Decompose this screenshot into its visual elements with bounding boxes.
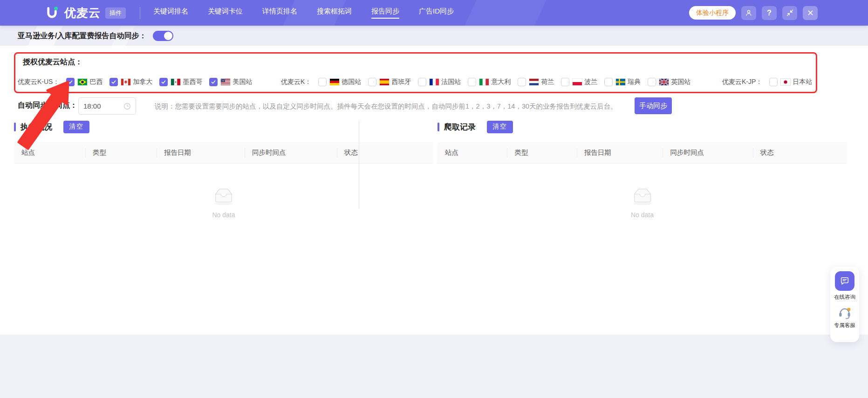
nav-tab-ad-id-sync[interactable]: 广告ID同步 <box>419 7 454 19</box>
site-checkbox-uk[interactable]: 英国站 <box>648 78 690 86</box>
sweden-flag-icon <box>616 79 625 85</box>
column-header-status: 状态 <box>337 142 433 163</box>
dedicated-support-label: 专属客服 <box>834 322 855 329</box>
sync-time-value: 18:00 <box>83 102 123 110</box>
checkbox-checked-icon[interactable] <box>159 78 168 86</box>
sync-time-input[interactable]: 18:00 <box>78 97 136 115</box>
nav-tab-report-sync[interactable]: 报告同步 <box>371 7 399 19</box>
table-header: 站点 类型 报告日期 同步时间点 状态 <box>437 142 847 164</box>
checkbox-checked-icon[interactable] <box>66 78 75 86</box>
mexico-flag-icon <box>171 79 180 85</box>
japan-flag-icon <box>781 79 790 85</box>
logo-text: 优麦云 <box>64 5 101 21</box>
site-checkbox-mexico[interactable]: 墨西哥 <box>159 78 202 86</box>
panel-title: 爬取记录 <box>444 122 476 132</box>
checkbox-unchecked-icon[interactable] <box>418 78 426 86</box>
auto-sync-toggle[interactable] <box>153 31 173 41</box>
column-header-site: 站点 <box>437 142 507 163</box>
auto-sync-toggle-label: 亚马逊业务/入库配置费报告自动同步： <box>18 31 146 41</box>
site-group-label: 优麦云K： <box>281 78 311 86</box>
clear-button[interactable]: 清空 <box>487 121 513 133</box>
support-widget: 在线咨询 专属客服 <box>830 267 859 342</box>
panel-title-bar <box>437 123 439 131</box>
checkbox-unchecked-icon[interactable] <box>604 78 613 86</box>
header-actions: 体验小程序 ? <box>689 6 818 20</box>
manual-sync-button[interactable]: 手动同步 <box>635 97 672 114</box>
site-checkbox-usa[interactable]: 美国站 <box>209 78 252 86</box>
nav-tab-keyword-rank[interactable]: 关键词排名 <box>153 7 188 19</box>
column-header-report-date: 报告日期 <box>577 142 663 163</box>
panel-header: 执行概况 清空 <box>14 119 433 134</box>
checkbox-unchecked-icon[interactable] <box>468 78 476 86</box>
authorized-sites-title: 授权优麦云站点： <box>23 57 82 67</box>
checkbox-unchecked-icon[interactable] <box>648 78 656 86</box>
collapse-icon[interactable] <box>782 6 797 20</box>
column-header-report-date: 报告日期 <box>157 142 245 163</box>
column-header-sync-time: 同步时间点 <box>245 142 337 163</box>
table-header: 站点 类型 报告日期 同步时间点 状态 <box>14 142 433 164</box>
checkbox-unchecked-icon[interactable] <box>368 78 376 86</box>
help-icon[interactable]: ? <box>762 6 777 20</box>
panel-title: 执行概况 <box>21 122 52 132</box>
clock-icon <box>123 103 131 110</box>
clear-button[interactable]: 清空 <box>63 121 89 133</box>
sync-note-text: 说明：您需要设置需要同步的站点，以及自定义同步时间点。插件每天会在您设置的时间点… <box>155 102 617 111</box>
panel-title-bar <box>14 123 16 131</box>
site-checkbox-canada[interactable]: 加拿大 <box>109 78 152 86</box>
dedicated-support-icon[interactable] <box>838 306 852 319</box>
checkbox-checked-icon[interactable] <box>209 78 218 86</box>
header-divider <box>140 7 140 19</box>
canada-flag-icon <box>121 79 130 85</box>
site-group-us: 优麦云K-US： 巴西 加拿大 墨西哥 <box>18 78 252 86</box>
column-header-sync-time: 同步时间点 <box>663 142 752 163</box>
site-group-jp: 优麦云K-JP： 日本站 <box>722 78 812 86</box>
checkbox-unchecked-icon[interactable] <box>318 78 327 86</box>
site-checkbox-sweden[interactable]: 瑞典 <box>604 78 641 86</box>
online-chat-icon[interactable] <box>835 271 854 291</box>
user-icon[interactable] <box>741 6 756 20</box>
empty-inbox-icon <box>210 186 237 206</box>
netherlands-flag-icon <box>529 79 539 85</box>
column-header-site: 站点 <box>14 142 85 163</box>
site-checkbox-poland[interactable]: 波兰 <box>561 78 597 86</box>
column-header-status: 状态 <box>753 142 847 163</box>
authorized-sites-highlight-box: 授权优麦云站点： 优麦云K-US： 巴西 加拿大 墨西哥 <box>14 52 817 93</box>
sync-time-label: 自动同步时间点： <box>18 101 77 110</box>
site-checkbox-netherlands[interactable]: 荷兰 <box>518 78 554 86</box>
table-body: No data <box>437 164 847 220</box>
spain-flag-icon <box>380 79 389 85</box>
bottom-strip <box>0 335 868 398</box>
site-checkbox-japan[interactable]: 日本站 <box>769 78 812 86</box>
site-checkbox-spain[interactable]: 西班牙 <box>368 78 411 86</box>
empty-inbox-icon <box>629 186 656 206</box>
column-header-type: 类型 <box>507 142 576 163</box>
app-header: 优麦云 插件 关键词排名 关键词卡位 详情页排名 搜索框拓词 报告同步 广告ID… <box>0 0 868 26</box>
uk-flag-icon <box>659 79 669 85</box>
checkbox-unchecked-icon[interactable] <box>518 78 526 86</box>
site-checkbox-germany[interactable]: 德国站 <box>318 78 361 86</box>
brazil-flag-icon <box>78 79 87 85</box>
checkbox-unchecked-icon[interactable] <box>769 78 778 86</box>
column-header-type: 类型 <box>85 142 157 163</box>
table-scrollbar[interactable] <box>359 120 359 209</box>
empty-state-text: No data <box>629 211 656 219</box>
execution-panel: 执行概况 清空 站点 类型 报告日期 同步时间点 状态 No data <box>14 119 433 220</box>
site-checkbox-france[interactable]: 法国站 <box>418 78 461 86</box>
header-streak <box>283 0 346 26</box>
checkbox-unchecked-icon[interactable] <box>561 78 569 86</box>
mini-program-button[interactable]: 体验小程序 <box>689 6 736 20</box>
site-checkbox-italy[interactable]: 意大利 <box>468 78 511 86</box>
toggle-knob <box>164 32 172 40</box>
nav-tab-keyword-slot[interactable]: 关键词卡位 <box>208 7 243 19</box>
checkbox-checked-icon[interactable] <box>109 78 118 86</box>
panel-header: 爬取记录 清空 <box>437 119 847 134</box>
logo-u-icon <box>44 5 60 21</box>
close-icon[interactable] <box>803 6 818 20</box>
empty-state-text: No data <box>210 211 237 219</box>
sites-row: 优麦云K-US： 巴西 加拿大 墨西哥 <box>15 78 816 88</box>
auto-sync-toggle-row: 亚马逊业务/入库配置费报告自动同步： <box>18 31 173 41</box>
empty-state: No data <box>629 186 656 219</box>
online-chat-label: 在线咨询 <box>834 294 855 301</box>
usa-flag-icon <box>221 79 230 85</box>
site-checkbox-brazil[interactable]: 巴西 <box>66 78 103 86</box>
